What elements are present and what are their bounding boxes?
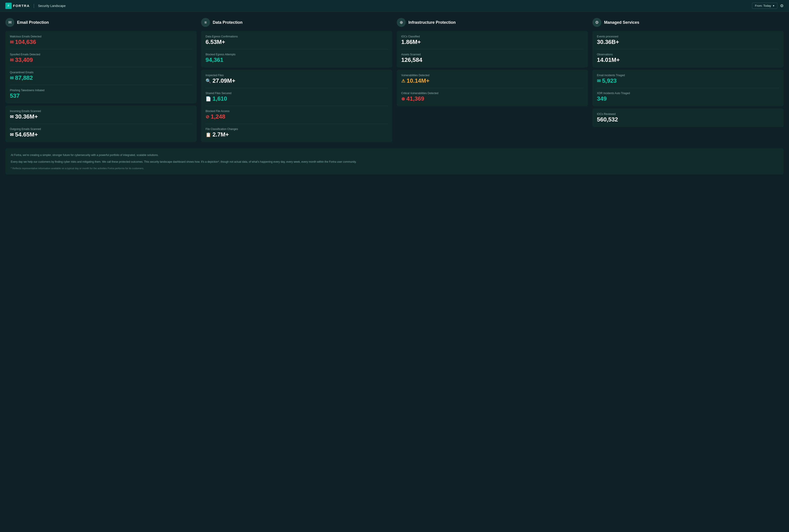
main-content: ✉Email ProtectionMalicious Emails Detect… (0, 12, 789, 179)
categories-grid: ✉Email ProtectionMalicious Emails Detect… (5, 16, 784, 142)
metric-label: Phishing Takedowns Initiated (10, 89, 192, 92)
value-text: 14.01M+ (597, 56, 620, 63)
metric-label: Vulnerabilities Detected (401, 74, 583, 77)
metric: Inspected Files🔍27.09M+ (206, 74, 388, 84)
value-text: 1,248 (211, 113, 225, 120)
footer-text-1: At Fortra, we're creating a simpler, str… (11, 153, 778, 157)
metric-label: Critical Vulnerabilities Detected (401, 92, 583, 95)
card-grid-infra-1: Vulnerabilities Detected⚠10.14M+Critical… (401, 74, 583, 102)
value-icon: 📄 (206, 96, 211, 101)
card-grid-infra-0: IOCs Classified1.86M+Assets Scanned126,5… (401, 35, 583, 63)
category-title-managed: Managed Services (604, 20, 639, 25)
metric-value: ✉30.36M+ (10, 113, 192, 120)
footer-text-2: Every day we help our customers by findi… (11, 159, 778, 164)
metric-label: Incoming Emails Scanned (10, 110, 192, 113)
divider (401, 88, 583, 88)
card-grid-managed-0: Events processed30.36B+Observations14.01… (597, 35, 779, 63)
category-title-email: Email Protection (17, 20, 49, 25)
value-text: 1,610 (212, 95, 227, 102)
metric-label: Quarantined Emails (10, 71, 192, 74)
value-text: 30.36M+ (15, 113, 38, 120)
metric-label: File Classification Changes (206, 128, 388, 131)
value-text: 560,532 (597, 116, 618, 123)
metric: Assets Scanned126,584 (401, 53, 583, 63)
card-managed-2: IOCs Reviewed560,532 (593, 109, 784, 127)
metric: File Classification Changes📋2.7M+ (206, 128, 388, 138)
category-icon-infra: ⊕ (397, 18, 406, 27)
date-picker-label: From: Today (755, 4, 771, 7)
value-icon: ✉ (10, 75, 14, 81)
value-text: 54.65M+ (15, 131, 38, 138)
category-data: ≡Data ProtectionData Egress Confirmation… (201, 16, 392, 142)
metric: IOCs Reviewed560,532 (597, 113, 779, 123)
value-text: 87,882 (15, 74, 33, 81)
metric-value: 349 (597, 95, 779, 102)
metric: Blocked File Access⊘1,248 (206, 110, 388, 120)
metric-value: ✉33,409 (10, 56, 192, 63)
metric-label: XDR Incidents Auto Triaged (597, 92, 779, 95)
metric: Spoofed Emails Detected✉33,409 (10, 53, 192, 63)
value-text: 2.7M+ (212, 131, 229, 138)
metric: Observations14.01M+ (597, 53, 779, 63)
card-email-1: Incoming Emails Scanned✉30.36M+Outgoing … (5, 106, 196, 142)
metric: Events processed30.36B+ (597, 35, 779, 45)
header-divider: | (33, 3, 35, 8)
card-grid-managed-2: IOCs Reviewed560,532 (597, 113, 779, 123)
card-email-0: Malicious Emails Detected✉104,636Spoofed… (5, 31, 196, 103)
value-text: 94,361 (206, 56, 224, 63)
metric-value: 6.53M+ (206, 39, 388, 45)
metric-value: 📋2.7M+ (206, 131, 388, 138)
value-text: 126,584 (401, 56, 422, 63)
logo-text: FORTRA (13, 4, 30, 7)
card-data-0: Data Egress Confirmations6.53M+Blocked E… (201, 31, 392, 68)
metric-label: IOCs Classified (401, 35, 583, 38)
card-grid-email-1: Incoming Emails Scanned✉30.36M+Outgoing … (10, 110, 192, 138)
category-title-data: Data Protection (213, 20, 243, 25)
category-icon-email: ✉ (5, 18, 14, 27)
metric-value: 30.36B+ (597, 39, 779, 45)
category-icon-managed: ⚙ (593, 18, 601, 27)
metric-value: ✉5,923 (597, 77, 779, 84)
value-icon: 📋 (206, 132, 211, 137)
value-icon: ⊘ (206, 114, 209, 119)
settings-icon[interactable]: ⚙ (780, 3, 784, 8)
category-header-managed: ⚙Managed Services (593, 16, 784, 29)
metric-label: Blocked File Access (206, 110, 388, 113)
metric-value: ⊗41,369 (401, 95, 583, 102)
date-picker[interactable]: From: Today ▾ (752, 3, 777, 9)
header-right: From: Today ▾ ⚙ (752, 3, 784, 9)
card-managed-1: Email Incidents Triaged✉5,923XDR Inciden… (593, 70, 784, 106)
category-managed: ⚙Managed ServicesEvents processed30.36B+… (593, 16, 784, 142)
value-text: 30.36B+ (597, 39, 619, 45)
value-text: 6.53M+ (206, 39, 225, 45)
metric: XDR Incidents Auto Triaged349 (597, 92, 779, 102)
divider (206, 88, 388, 88)
category-title-infra: Infrastructure Protection (408, 20, 456, 25)
divider (10, 67, 192, 67)
category-header-infra: ⊕Infrastructure Protection (397, 16, 588, 29)
header-title: Security Landscape (38, 4, 66, 7)
metric-label: Data Egress Confirmations (206, 35, 388, 38)
value-text: 1.86M+ (401, 39, 421, 45)
metric: Vulnerabilities Detected⚠10.14M+ (401, 74, 583, 84)
metric-value: ✉104,636 (10, 39, 192, 45)
metric-value: 94,361 (206, 56, 388, 63)
metric: Blocked Egress Attempts94,361 (206, 53, 388, 63)
metric: Data Egress Confirmations6.53M+ (206, 35, 388, 45)
category-icon-data: ≡ (201, 18, 210, 27)
value-text: 349 (597, 95, 606, 102)
divider (10, 85, 192, 85)
metric-label: Email Incidents Triaged (597, 74, 779, 77)
metric-label: Blocked Egress Attempts (206, 53, 388, 56)
app-header: F FORTRA | Security Landscape From: Toda… (0, 0, 789, 12)
card-data-1: Inspected Files🔍27.09M+Shared Files Secu… (201, 70, 392, 142)
metric-label: Assets Scanned (401, 53, 583, 56)
value-icon: ✉ (597, 78, 601, 83)
metric-label: Spoofed Emails Detected (10, 53, 192, 56)
card-infra-0: IOCs Classified1.86M+Assets Scanned126,5… (397, 31, 588, 68)
category-infra: ⊕Infrastructure ProtectionIOCs Classifie… (397, 16, 588, 142)
metric-value: 14.01M+ (597, 56, 779, 63)
metric: Outgoing Emails Scanned✉54.65M+ (10, 128, 192, 138)
metric-value: 📄1,610 (206, 95, 388, 102)
value-icon: ✉ (10, 39, 14, 45)
